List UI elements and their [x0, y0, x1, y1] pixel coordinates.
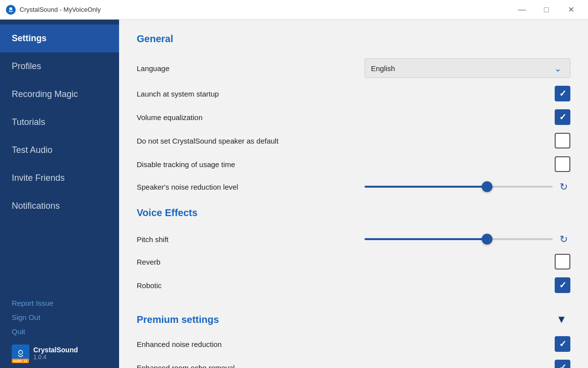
titlebar: CrystalSound - MyVoiceOnly — □ ✕: [0, 0, 588, 20]
report-issue-link[interactable]: Report Issue: [12, 296, 107, 310]
sidebar-item-recording-magic[interactable]: Recording Magic: [0, 80, 119, 108]
disable-tracking-checkbox[interactable]: [555, 156, 570, 172]
noise-reduction-slider[interactable]: [365, 186, 553, 188]
robotic-row: Robotic: [137, 273, 570, 297]
language-label: Language: [137, 64, 170, 73]
brand: build: 11 CrystalSound 1.0.4: [12, 344, 107, 362]
sidebar-footer: Report Issue Sign Out Quit build: 11 Cry…: [0, 288, 119, 368]
window-title: CrystalSound - MyVoiceOnly: [20, 6, 511, 13]
sidebar-item-label-notifications: Notifications: [12, 201, 60, 211]
noise-reduction-row: Speaker's noise reduction level ↻: [137, 176, 570, 197]
enhanced-echo-checkbox[interactable]: [555, 360, 570, 368]
brand-name-version: CrystalSound 1.0.4: [33, 346, 78, 361]
no-default-speaker-checkbox[interactable]: [555, 133, 570, 148]
sidebar-item-notifications[interactable]: Notifications: [0, 192, 119, 220]
sidebar-item-label-profiles: Profiles: [12, 61, 41, 72]
svg-point-0: [9, 7, 12, 10]
collapse-arrow-icon: ▼: [556, 313, 567, 326]
robotic-label: Robotic: [137, 281, 162, 290]
sidebar-item-label-test-audio: Test Audio: [12, 145, 52, 155]
volume-eq-row: Volume equalization: [137, 105, 570, 129]
sidebar-item-label-tutorials: Tutorials: [12, 117, 45, 127]
main-content: General Language English ⌄ Launch at sys…: [119, 20, 588, 368]
no-default-speaker-label: Do not set CrystalSound speaker as defau…: [137, 137, 278, 145]
maximize-button[interactable]: □: [535, 2, 558, 18]
quit-link[interactable]: Quit: [12, 324, 107, 339]
premium-section-header: Premium settings ▼: [137, 307, 570, 332]
disable-tracking-row: Disable tracking of usage time: [137, 152, 570, 176]
sidebar: Settings Profiles Recording Magic Tutori…: [0, 20, 119, 368]
launch-startup-checkbox[interactable]: [555, 86, 570, 101]
pitch-shift-label: Pitch shift: [137, 235, 169, 244]
enhanced-noise-checkbox[interactable]: [555, 336, 570, 352]
enhanced-noise-row: Enhanced noise reduction: [137, 332, 570, 356]
sidebar-item-label-invite-friends: Invite Friends: [12, 173, 65, 183]
premium-collapse-button[interactable]: ▼: [553, 311, 570, 328]
pitch-shift-row: Pitch shift ↻: [137, 228, 570, 250]
brand-name: CrystalSound: [33, 346, 78, 354]
language-row: Language English ⌄: [137, 54, 570, 82]
sidebar-item-label-settings: Settings: [12, 33, 47, 44]
disable-tracking-label: Disable tracking of usage time: [137, 160, 235, 169]
sign-out-link[interactable]: Sign Out: [12, 310, 107, 324]
app-icon: [6, 5, 16, 15]
enhanced-noise-label: Enhanced noise reduction: [137, 340, 221, 348]
sidebar-item-label-recording-magic: Recording Magic: [12, 89, 78, 99]
sidebar-item-profiles[interactable]: Profiles: [0, 52, 119, 80]
pitch-shift-fill: [365, 238, 487, 240]
language-dropdown[interactable]: English ⌄: [365, 58, 570, 78]
brand-logo: build: 11: [12, 344, 29, 362]
sidebar-item-test-audio[interactable]: Test Audio: [0, 136, 119, 164]
premium-section-title: Premium settings: [137, 314, 219, 325]
dropdown-arrow-icon: ⌄: [554, 63, 564, 73]
sidebar-nav: Settings Profiles Recording Magic Tutori…: [0, 20, 119, 288]
brand-version: 1.0.4: [33, 354, 78, 361]
sidebar-item-settings[interactable]: Settings: [0, 25, 119, 52]
launch-startup-row: Launch at system startup: [137, 82, 570, 105]
sidebar-item-invite-friends[interactable]: Invite Friends: [0, 164, 119, 192]
language-value: English: [371, 64, 395, 73]
noise-reduction-thumb[interactable]: [482, 181, 492, 192]
noise-reduction-fill: [365, 186, 487, 188]
sidebar-item-tutorials[interactable]: Tutorials: [0, 108, 119, 136]
robotic-checkbox[interactable]: [555, 277, 570, 293]
close-button[interactable]: ✕: [560, 2, 582, 18]
window-controls: — □ ✕: [511, 2, 582, 18]
pitch-shift-slider[interactable]: [365, 238, 553, 240]
reverb-row: Reverb: [137, 250, 570, 273]
reverb-label: Reverb: [137, 258, 160, 266]
pitch-shift-thumb[interactable]: [482, 234, 492, 245]
app-body: Settings Profiles Recording Magic Tutori…: [0, 20, 588, 368]
volume-eq-checkbox[interactable]: [555, 109, 570, 125]
launch-startup-label: Launch at system startup: [137, 90, 219, 98]
no-default-speaker-row: Do not set CrystalSound speaker as defau…: [137, 129, 570, 152]
enhanced-echo-row: Enhanced room echo removal: [137, 356, 570, 368]
reverb-checkbox[interactable]: [555, 254, 570, 270]
volume-eq-label: Volume equalization: [137, 113, 202, 122]
enhanced-echo-label: Enhanced room echo removal: [137, 364, 235, 368]
minimize-button[interactable]: —: [511, 2, 533, 18]
general-section-title: General: [137, 33, 570, 45]
pitch-shift-reset-button[interactable]: ↻: [557, 232, 570, 246]
build-badge: build: 11: [12, 359, 29, 363]
voice-effects-section-title: Voice Effects: [137, 207, 570, 219]
svg-point-1: [19, 350, 23, 354]
noise-reduction-reset-button[interactable]: ↻: [557, 180, 570, 194]
noise-reduction-label: Speaker's noise reduction level: [137, 183, 238, 191]
